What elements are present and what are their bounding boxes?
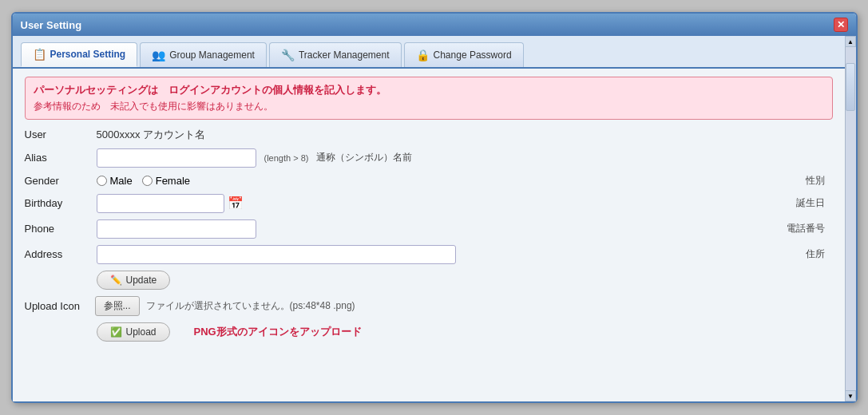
update-button[interactable]: ✏️ Update <box>97 271 171 290</box>
password-tab-icon: 🔒 <box>416 49 430 61</box>
gender-male-label: Male <box>110 175 133 187</box>
alias-row: Alias (length > 8) 通称（シンボル）名前 <box>25 148 833 168</box>
tracker-tab-label: Tracker Management <box>299 49 390 61</box>
user-row: User 5000xxxx アカウント名 <box>25 128 833 142</box>
tab-group[interactable]: 👥 Group Management <box>140 42 267 67</box>
notice-line1: パーソナルセッティングは ログインアカウントの個人情報を記入します。 <box>34 82 824 99</box>
scroll-up-button[interactable]: ▲ <box>845 36 856 47</box>
upload-button[interactable]: ✅ Upload <box>97 322 170 342</box>
tab-tracker[interactable]: 🔧 Tracker Management <box>269 42 402 67</box>
address-row: Address 住所 <box>25 245 833 264</box>
address-input[interactable] <box>97 245 456 264</box>
birthday-row: Birthday 📅 誕生日 <box>25 194 833 213</box>
upload-icon-row: Upload Icon 参照... ファイルが選択されていません。(ps:48*… <box>25 296 833 316</box>
gender-jp: 性別 <box>806 174 833 188</box>
file-hint: ファイルが選択されていません。(ps:48*48 .png) <box>146 299 355 313</box>
user-value: 5000xxxx アカウント名 <box>97 128 206 142</box>
window-title: User Setting <box>21 19 82 31</box>
password-tab-label: Change Password <box>434 49 512 61</box>
notice-box: パーソナルセッティングは ログインアカウントの個人情報を記入します。 参考情報の… <box>25 77 833 120</box>
scroll-thumb[interactable] <box>846 63 855 111</box>
calendar-icon[interactable]: 📅 <box>228 196 244 211</box>
tracker-tab-icon: 🔧 <box>281 49 295 61</box>
gender-female-radio[interactable] <box>142 176 153 186</box>
group-tab-icon: 👥 <box>152 49 165 61</box>
gender-male-option[interactable]: Male <box>97 175 133 187</box>
phone-input[interactable] <box>97 219 256 239</box>
update-icon: ✏️ <box>110 275 122 286</box>
content-area: 📋 Personal Setting 👥 Group Management 🔧 … <box>13 36 856 401</box>
alias-input[interactable] <box>97 148 256 168</box>
personal-tab-icon: 📋 <box>33 48 46 61</box>
scroll-track <box>846 47 856 390</box>
tab-bar: 📋 Personal Setting 👥 Group Management 🔧 … <box>13 36 845 69</box>
form-area: パーソナルセッティングは ログインアカウントの個人情報を記入します。 参考情報の… <box>13 69 845 401</box>
gender-male-radio[interactable] <box>97 176 107 186</box>
gender-female-option[interactable]: Female <box>142 175 190 187</box>
user-label: User <box>25 128 89 140</box>
gender-label: Gender <box>25 175 89 187</box>
close-button[interactable]: ✕ <box>834 18 848 32</box>
group-tab-label: Group Management <box>169 49 255 61</box>
birthday-label: Birthday <box>25 197 89 209</box>
alias-jp: 通称（シンボル）名前 <box>316 151 412 164</box>
birthday-jp: 誕生日 <box>796 196 833 210</box>
browse-button[interactable]: 参照... <box>95 296 140 316</box>
tab-password[interactable]: 🔒 Change Password <box>404 42 524 67</box>
update-label: Update <box>126 275 157 286</box>
birthday-input[interactable] <box>97 194 224 213</box>
upload-jp: PNG形式のアイコンをアップロード <box>194 325 362 339</box>
upload-icon-label: Upload Icon <box>25 300 89 312</box>
phone-label: Phone <box>25 223 89 235</box>
alias-label: Alias <box>25 152 89 164</box>
gender-female-label: Female <box>156 175 190 187</box>
gender-group: Male Female <box>97 175 191 187</box>
notice-line2: 参考情報のため 未記入でも使用に影響はありません。 <box>34 99 824 114</box>
gender-row: Gender Male Female 性別 <box>25 174 833 188</box>
upload-btn-row: ✅ Upload PNG形式のアイコンをアップロード <box>25 322 833 342</box>
address-label: Address <box>25 248 89 260</box>
upload-icon: ✅ <box>110 326 122 338</box>
upload-label: Upload <box>126 326 157 338</box>
tab-personal[interactable]: 📋 Personal Setting <box>21 42 138 67</box>
address-jp: 住所 <box>806 247 833 261</box>
main-content: 📋 Personal Setting 👥 Group Management 🔧 … <box>13 36 845 401</box>
title-bar: User Setting ✕ <box>13 14 856 36</box>
main-window: User Setting ✕ 📋 Personal Setting 👥 Grou… <box>11 12 858 403</box>
scroll-down-button[interactable]: ▼ <box>845 390 856 401</box>
alias-hint: (length > 8) <box>264 153 309 163</box>
phone-row: Phone 電話番号 <box>25 219 833 239</box>
birthday-wrapper: 📅 <box>97 194 244 213</box>
phone-jp: 電話番号 <box>787 222 833 235</box>
personal-tab-label: Personal Setting <box>50 49 126 60</box>
update-row: ✏️ Update <box>25 271 833 290</box>
scrollbar: ▲ ▼ <box>845 36 856 401</box>
